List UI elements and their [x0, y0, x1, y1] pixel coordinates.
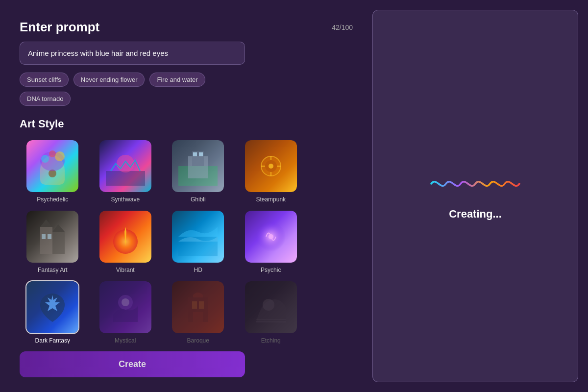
svg-point-14 [269, 164, 273, 169]
art-style-label-psychedelic: Psychedelic [37, 196, 68, 203]
svg-point-12 [261, 156, 281, 176]
art-style-etching[interactable]: Etching [238, 280, 304, 343]
wave-svg [426, 172, 524, 196]
art-style-steampunk[interactable]: Steampunk [238, 139, 304, 203]
art-style-label-psychic: Psychic [261, 267, 281, 273]
svg-rect-9 [192, 151, 204, 166]
creating-label: Creating... [449, 208, 502, 220]
art-style-label-hd: HD [194, 267, 202, 273]
svg-rect-7 [178, 166, 218, 186]
art-style-title: Art Style [20, 118, 353, 130]
svg-marker-21 [40, 220, 52, 227]
svg-point-6 [117, 155, 134, 172]
svg-rect-19 [40, 227, 52, 254]
svg-rect-11 [199, 152, 203, 156]
art-style-psychic[interactable]: Psychic [238, 210, 304, 273]
svg-rect-31 [188, 297, 208, 322]
svg-point-30 [122, 298, 129, 306]
svg-rect-10 [193, 152, 197, 156]
art-style-label-baroque: Baroque [187, 337, 209, 343]
chip-dna-tornado[interactable]: DNA tornado [20, 92, 71, 106]
art-style-label-steampunk: Steampunk [256, 196, 286, 203]
create-button-area: Create [20, 343, 245, 377]
art-style-label-etching: Etching [261, 337, 281, 343]
chip-never-ending-flower[interactable]: Never ending flower [74, 73, 145, 87]
svg-marker-22 [52, 224, 65, 232]
svg-point-0 [49, 170, 56, 177]
svg-rect-26 [178, 237, 218, 256]
svg-rect-5 [106, 171, 145, 186]
wave-animation [426, 172, 524, 196]
svg-point-29 [118, 295, 133, 310]
art-style-hd[interactable]: HD [165, 210, 231, 273]
svg-point-28 [269, 234, 273, 239]
art-style-mystical[interactable]: Mystical [93, 280, 159, 343]
art-style-synthwave[interactable]: Synthwave [93, 139, 159, 203]
svg-rect-24 [48, 234, 51, 239]
prompt-title: Enter prompt [20, 20, 99, 35]
art-style-psychedelic[interactable]: Psychedelic [20, 139, 86, 203]
left-panel: Enter prompt 42/100 Sunset cliffsNever e… [0, 0, 372, 392]
right-panel: Creating... [372, 10, 578, 382]
art-style-baroque[interactable]: Baroque [165, 280, 231, 343]
svg-point-2 [41, 155, 49, 163]
svg-rect-32 [192, 301, 197, 309]
art-style-darkfantasy[interactable]: Dark Fantasy [20, 280, 86, 343]
create-button[interactable]: Create [20, 351, 245, 377]
svg-point-27 [256, 222, 286, 251]
prompt-header: Enter prompt 42/100 [20, 20, 353, 35]
svg-point-4 [49, 150, 56, 157]
chip-fire-and-water[interactable]: Fire and water [149, 73, 205, 87]
art-style-grid: Psychedelic Synthwave Ghibli Steampunk [20, 139, 304, 343]
svg-rect-33 [199, 301, 204, 309]
svg-rect-20 [52, 232, 65, 254]
svg-point-13 [265, 160, 277, 172]
art-style-fantasy[interactable]: Fantasy Art [20, 210, 86, 273]
art-style-label-synthwave: Synthwave [111, 196, 140, 203]
svg-point-3 [55, 151, 65, 161]
svg-rect-23 [42, 234, 46, 239]
art-style-label-mystical: Mystical [115, 337, 136, 343]
svg-point-35 [263, 299, 274, 311]
svg-point-1 [40, 151, 65, 171]
svg-point-25 [113, 229, 138, 254]
suggestion-chips: Sunset cliffsNever ending flowerFire and… [20, 73, 245, 106]
art-style-label-ghibli: Ghibli [191, 196, 206, 203]
char-count: 42/100 [332, 24, 353, 31]
chip-sunset-cliffs[interactable]: Sunset cliffs [20, 73, 69, 87]
art-style-label-fantasy: Fantasy Art [38, 267, 68, 273]
svg-rect-34 [193, 312, 203, 322]
art-section: Art Style Psychedelic Synthwave Ghibli [20, 118, 353, 343]
svg-rect-8 [188, 156, 208, 178]
art-style-ghibli[interactable]: Ghibli [165, 139, 231, 203]
prompt-input[interactable] [20, 42, 245, 65]
art-style-label-darkfantasy: Dark Fantasy [35, 337, 70, 343]
art-style-vibrant[interactable]: Vibrant [93, 210, 159, 273]
art-style-label-vibrant: Vibrant [116, 267, 135, 273]
